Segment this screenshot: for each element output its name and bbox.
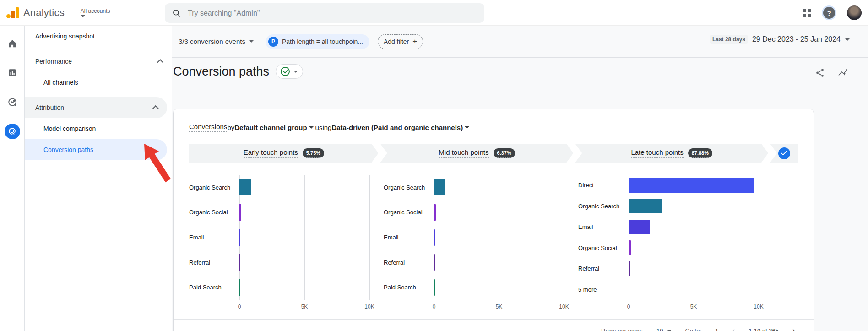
add-filter-label: Add filter [384,38,409,45]
data-quality-check-icon [281,67,290,76]
bar-referral[interactable] [434,254,435,271]
pagination-range: 1-10 of 365 [749,327,779,331]
bar-organic-search[interactable] [629,199,662,213]
x-tick-label: 5K [301,304,308,310]
segment-percentage-badge: 5.75% [303,148,324,158]
add-filter-button[interactable]: Add filter + [378,34,423,49]
chart-category-label: Organic Social [189,200,239,225]
chart-category-label: Email [384,225,434,250]
chart-category-label: Referral [384,250,434,275]
bar-referral[interactable] [239,254,240,271]
chart-category-label: Email [189,225,239,250]
sidebar-item-label: Model comparison [43,125,96,132]
segment-label: Late touch points [631,148,683,158]
late-touch-points-segment[interactable]: Late touch points 87.88% [575,144,768,163]
sidebar-item-conversion-paths[interactable]: Conversion paths [25,139,167,160]
account-label: All accounts [81,8,110,14]
gridline [759,175,759,300]
previous-page-icon[interactable]: ‹ [732,326,735,331]
segment-label: Early touch points [244,148,298,158]
bar-paid-search[interactable] [239,279,240,296]
segment-percentage-badge: 87.88% [688,148,712,158]
bar-referral[interactable] [629,261,630,276]
pagination-bar: Rows per page: 10 Go to: 1 ‹ 1-10 of 365… [174,320,814,331]
chart-category-label: Email [578,217,629,238]
sidebar-section-attribution[interactable]: Attribution [25,97,167,118]
sidebar-item-model-comparison[interactable]: Model comparison [25,118,172,139]
reports-icon[interactable] [5,65,20,81]
help-icon[interactable]: ? [823,7,835,19]
early-touch-points-segment[interactable]: Early touch points 5.75% [189,144,379,163]
early-touch-points-chart: Organic SearchOrganic SocialEmailReferra… [189,175,369,312]
chevron-down-icon [309,126,314,129]
date-range-value: 29 Dec 2023 - 25 Jan 2024 [752,35,841,43]
bar-email[interactable] [434,229,435,246]
x-tick-label: 10K [559,304,569,310]
bar-direct[interactable] [629,178,754,193]
chart-category-label: Organic Search [189,175,239,200]
divider [73,6,73,20]
bar-paid-search[interactable] [434,279,435,296]
bar-email[interactable] [629,220,650,234]
mid-touch-points-segment[interactable]: Mid touch points 6.37% [380,144,574,163]
page-header: Conversion paths [172,58,868,79]
chevron-down-icon [249,40,254,43]
go-to-page-input[interactable]: 1 [715,327,718,331]
chart-category-label: Referral [578,258,629,279]
search-input[interactable]: Try searching "Admin" [165,3,484,23]
header-text: using [315,124,332,131]
product-name: Analytics [23,7,65,19]
gridline [499,175,499,300]
metric-label[interactable]: Conversions [189,123,227,132]
bar-email[interactable] [239,229,240,246]
plus-icon: + [412,37,417,46]
segment-percentage-badge: 6.37% [494,148,515,158]
advertising-icon[interactable] [5,124,20,139]
sidebar-item-all-channels[interactable]: All channels [25,72,172,93]
rows-per-page-select[interactable]: 10 [656,327,671,331]
funnel-select-segment[interactable] [770,144,798,163]
chevron-down-icon [845,38,850,41]
selected-check-icon [778,147,790,159]
home-icon[interactable] [5,36,20,51]
chevron-up-icon [157,59,163,65]
explore-icon[interactable] [5,94,20,110]
avatar[interactable] [847,5,862,20]
sidebar-item-label: Conversion paths [43,146,93,153]
chart-category-label: Organic Search [384,175,434,200]
date-range-picker[interactable]: Last 28 days 29 Dec 2023 - 25 Jan 2024 [710,35,850,44]
next-page-icon[interactable]: › [792,326,795,331]
bar-organic-social[interactable] [239,204,241,221]
segment-label: Mid touch points [439,148,488,158]
account-switcher[interactable]: All accounts [81,8,110,17]
late-touch-points-chart: DirectOrganic SearchEmailOrganic SocialR… [578,175,759,312]
report-status-dropdown[interactable] [276,64,303,79]
touch-point-funnel: Early touch points 5.75% Mid touch point… [189,144,798,163]
page-number: 1 [715,327,718,331]
bar-5-more[interactable] [629,282,629,297]
conversion-events-dropdown[interactable]: 3/3 conversion events [179,38,254,45]
x-tick-label: 5K [690,304,697,310]
rows-per-page-value: 10 [656,327,663,331]
chart-category-label: 5 more [578,279,629,300]
x-tick-label: 10K [364,304,374,310]
google-analytics-logo-icon[interactable] [6,7,19,18]
chart-category-label: Organic Search [578,196,629,217]
google-apps-icon[interactable] [803,9,811,17]
share-icon[interactable] [815,68,825,78]
chart-category-label: Referral [189,250,239,275]
divider [25,95,172,95]
insights-icon[interactable] [838,68,849,78]
gridline [369,175,370,300]
page-title: Conversion paths [173,65,269,79]
go-to-label: Go to: [685,327,701,331]
bar-organic-search[interactable] [239,179,251,195]
sidebar-item-advertising-snapshot[interactable]: Advertising snapshot [25,26,172,47]
attribution-model-dropdown[interactable]: Data-driven (Paid and organic channels) [331,124,463,131]
path-length-filter-chip[interactable]: P Path length = all touchpoin... [266,34,369,49]
sidebar-section-performance[interactable]: Performance [25,51,172,72]
bar-organic-search[interactable] [434,179,445,195]
bar-organic-social[interactable] [629,240,631,255]
bar-organic-social[interactable] [434,204,436,221]
dimension-dropdown[interactable]: Default channel group [234,124,307,131]
